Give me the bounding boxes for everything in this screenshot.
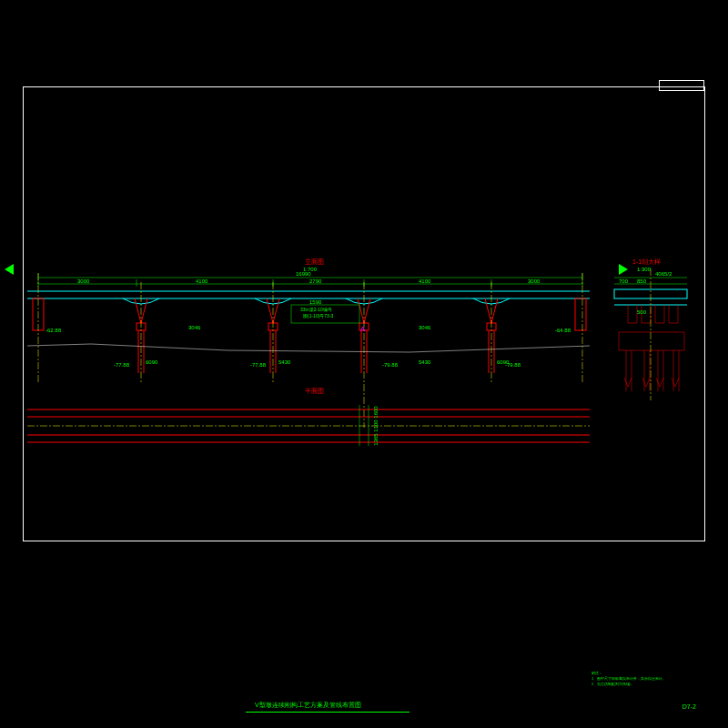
pier-h1: 5430 — [278, 359, 290, 365]
span-2: 2790 — [309, 278, 321, 284]
svg-line-27 — [410, 346, 590, 352]
plan-d2: 1365 — [373, 433, 379, 445]
main-title: V型墩连续刚构工艺方案及管线布置图 — [255, 701, 361, 710]
svg-rect-44 — [619, 332, 684, 350]
sect-span: 4065/2 — [655, 271, 672, 277]
plan-d1: 1100 — [373, 420, 379, 431]
drawing-number: D7-2 — [682, 703, 696, 710]
pier-h0: 6090 — [146, 359, 157, 365]
girder-sub: 图(1-10)号73-3 — [303, 313, 333, 318]
deck-d0: 1590 — [309, 299, 321, 305]
plan-d0: 1600 — [373, 406, 379, 418]
svg-rect-15 — [575, 298, 586, 330]
section-title: 1-1剖大样 — [632, 258, 661, 267]
notes-block: 附注： 1、图中尺寸除标高以米计外，其余以厘米计。 2、孔位仿制配判为第Ⅰ套。 — [592, 671, 701, 687]
elev-rt: -64.88 — [555, 328, 571, 333]
pier-h3: 6090 — [497, 359, 509, 365]
elev-lt: -62.88 — [46, 328, 61, 333]
span-3: 4100 — [419, 278, 430, 284]
section-scale: 1:300 — [637, 267, 651, 272]
plan-title: 平面图 — [305, 387, 324, 396]
span-0: 3000 — [77, 278, 89, 284]
note-1: 2、孔位仿制配判为第Ⅰ套。 — [592, 682, 701, 687]
drawing-canvas — [0, 0, 728, 728]
section-A: A — [360, 325, 365, 333]
span-4: 3000 — [528, 278, 540, 284]
girder-box: 33m梁2-10编号 — [300, 307, 332, 312]
deck-d1: 3046 — [188, 325, 200, 330]
svg-line-25 — [91, 344, 228, 350]
deck-d1b: 3046 — [419, 325, 430, 330]
title-underline — [246, 712, 410, 713]
elev-m2: -79.88 — [382, 362, 398, 368]
elevation-title: 立面图 — [305, 258, 324, 267]
sect-d1: 850 — [637, 278, 646, 284]
svg-line-24 — [27, 344, 91, 346]
total-span: 16990 — [296, 271, 311, 277]
sect-d3: 500 — [637, 309, 646, 315]
elev-m1: -77.88 — [250, 362, 266, 368]
svg-line-26 — [228, 350, 410, 352]
elev-lb: -77.88 — [114, 362, 129, 368]
span-1: 4100 — [196, 278, 207, 284]
pier-h2: 5430 — [419, 359, 430, 365]
sect-d0: 700 — [619, 278, 628, 284]
